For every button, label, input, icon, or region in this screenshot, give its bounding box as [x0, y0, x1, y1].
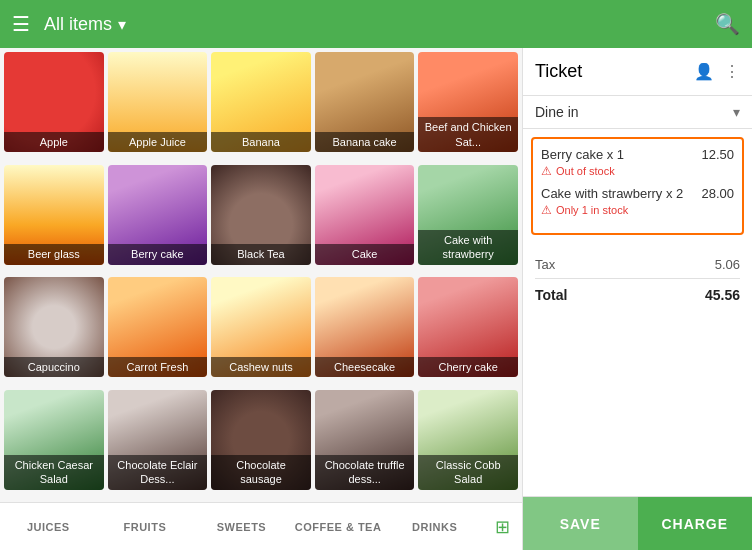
dropdown-arrow-icon: ▾: [118, 15, 126, 34]
grid-item-label-chicken-caesar: Chicken Caesar Salad: [4, 455, 104, 490]
ticket-item-name-2: Cake with strawberry x 2: [541, 186, 683, 201]
grid-item-label-beer-glass: Beer glass: [4, 244, 104, 264]
cat-tab-juices[interactable]: JUICES: [0, 513, 97, 541]
ticket-header: Ticket 👤 ⋮: [523, 48, 752, 96]
grid-item-classic-cobb[interactable]: Classic Cobb Salad: [418, 390, 518, 490]
cat-tab-fruits[interactable]: FRUITS: [97, 513, 194, 541]
main-layout: AppleApple JuiceBananaBanana cakeBeef an…: [0, 48, 752, 550]
grid-item-banana[interactable]: Banana: [211, 52, 311, 152]
total-row: Total 45.56: [535, 279, 740, 311]
grid-item-black-tea[interactable]: Black Tea: [211, 165, 311, 265]
cat-tab-drinks[interactable]: DRINKS: [386, 513, 483, 541]
grid-item-label-cake-strawberry: Cake with strawberry: [418, 230, 518, 265]
charge-button[interactable]: CHARGE: [638, 497, 753, 550]
grid-item-label-capuccino: Capuccino: [4, 357, 104, 377]
grid-item-beer-glass[interactable]: Beer glass: [4, 165, 104, 265]
grid-item-choco-truffle[interactable]: Chocolate truffle dess...: [315, 390, 415, 490]
grid-item-label-black-tea: Black Tea: [211, 244, 311, 264]
grid-item-label-cherry-cake: Cherry cake: [418, 357, 518, 377]
grid-view-icon[interactable]: ⊞: [483, 508, 522, 546]
grid-item-label-berry-cake: Berry cake: [108, 244, 208, 264]
ticket-item-2: Cake with strawberry x 2 28.00 ⚠ Only 1 …: [541, 186, 734, 217]
cat-tab-coffee-tea[interactable]: COFFEE & TEA: [290, 513, 387, 541]
ticket-items-warning-box: Berry cake x 1 12.50 ⚠ Out of stock Cake…: [531, 137, 744, 235]
tax-label: Tax: [535, 257, 555, 272]
grid-item-label-classic-cobb: Classic Cobb Salad: [418, 455, 518, 490]
grid-item-apple[interactable]: Apple: [4, 52, 104, 152]
ticket-item-price-2: 28.00: [701, 186, 734, 201]
grid-item-cashew-nuts[interactable]: Cashew nuts: [211, 277, 311, 377]
ticket-item-warning-1: ⚠ Out of stock: [541, 164, 734, 178]
grid-item-label-banana-cake: Banana cake: [315, 132, 415, 152]
grid-item-beef-chicken[interactable]: Beef and Chicken Sat...: [418, 52, 518, 152]
warning-icon-2: ⚠: [541, 203, 552, 217]
dine-in-label: Dine in: [535, 104, 579, 120]
grid-item-choco-eclair[interactable]: Chocolate Eclair Dess...: [108, 390, 208, 490]
menu-icon[interactable]: ☰: [12, 12, 30, 36]
grid-item-label-apple: Apple: [4, 132, 104, 152]
grid-item-cherry-cake[interactable]: Cherry cake: [418, 277, 518, 377]
warning-icon-1: ⚠: [541, 164, 552, 178]
grid-item-label-choco-sausage: Chocolate sausage: [211, 455, 311, 490]
grid-item-label-apple-juice: Apple Juice: [108, 132, 208, 152]
ticket-icon-area: 👤 ⋮: [694, 62, 740, 81]
category-tabs: JUICESFRUITSSWEETSCOFFEE & TEADRINKS⊞: [0, 502, 522, 550]
left-panel: AppleApple JuiceBananaBanana cakeBeef an…: [0, 48, 522, 550]
grid-item-berry-cake[interactable]: Berry cake: [108, 165, 208, 265]
grid-item-cake[interactable]: Cake: [315, 165, 415, 265]
warning-text-2: Only 1 in stock: [556, 204, 628, 216]
grid-item-apple-juice[interactable]: Apple Juice: [108, 52, 208, 152]
ticket-item-name-1: Berry cake x 1: [541, 147, 624, 162]
cat-tab-sweets[interactable]: SWEETS: [193, 513, 290, 541]
ticket-item-price-1: 12.50: [701, 147, 734, 162]
ticket-item-row-2: Cake with strawberry x 2 28.00: [541, 186, 734, 201]
grid-item-label-beef-chicken: Beef and Chicken Sat...: [418, 117, 518, 152]
grid-item-cake-strawberry[interactable]: Cake with strawberry: [418, 165, 518, 265]
grid-item-carrot-fresh[interactable]: Carrot Fresh: [108, 277, 208, 377]
ticket-actions: SAVE CHARGE: [523, 496, 752, 550]
grid-item-banana-cake[interactable]: Banana cake: [315, 52, 415, 152]
grid-item-capuccino[interactable]: Capuccino: [4, 277, 104, 377]
tax-row: Tax 5.06: [535, 251, 740, 279]
search-icon[interactable]: 🔍: [715, 12, 740, 36]
person-icon[interactable]: 👤: [694, 62, 714, 81]
grid-item-label-cake: Cake: [315, 244, 415, 264]
app-header: ☰ All items ▾ 🔍: [0, 0, 752, 48]
grid-item-label-carrot-fresh: Carrot Fresh: [108, 357, 208, 377]
total-label: Total: [535, 287, 567, 303]
grid-item-label-cheesecake: Cheesecake: [315, 357, 415, 377]
grid-item-choco-sausage[interactable]: Chocolate sausage: [211, 390, 311, 490]
tax-value: 5.06: [715, 257, 740, 272]
ticket-panel: Ticket 👤 ⋮ Dine in ▾ Berry cake x 1 12.5…: [522, 48, 752, 550]
header-title-area[interactable]: All items ▾: [44, 14, 715, 35]
all-items-label: All items: [44, 14, 112, 35]
ticket-item-warning-2: ⚠ Only 1 in stock: [541, 203, 734, 217]
grid-item-label-choco-eclair: Chocolate Eclair Dess...: [108, 455, 208, 490]
save-button[interactable]: SAVE: [523, 497, 638, 550]
grid-item-cheesecake[interactable]: Cheesecake: [315, 277, 415, 377]
grid-item-label-choco-truffle: Chocolate truffle dess...: [315, 455, 415, 490]
ticket-totals: Tax 5.06 Total 45.56: [523, 243, 752, 496]
warning-text-1: Out of stock: [556, 165, 615, 177]
grid-item-label-banana: Banana: [211, 132, 311, 152]
ticket-item-row-1: Berry cake x 1 12.50: [541, 147, 734, 162]
dine-dropdown-arrow: ▾: [733, 104, 740, 120]
items-grid: AppleApple JuiceBananaBanana cakeBeef an…: [0, 48, 522, 502]
grid-item-label-cashew-nuts: Cashew nuts: [211, 357, 311, 377]
ticket-title: Ticket: [535, 61, 694, 82]
dine-in-selector[interactable]: Dine in ▾: [523, 96, 752, 129]
more-icon[interactable]: ⋮: [724, 62, 740, 81]
total-value: 45.56: [705, 287, 740, 303]
grid-item-chicken-caesar[interactable]: Chicken Caesar Salad: [4, 390, 104, 490]
ticket-item-1: Berry cake x 1 12.50 ⚠ Out of stock: [541, 147, 734, 178]
